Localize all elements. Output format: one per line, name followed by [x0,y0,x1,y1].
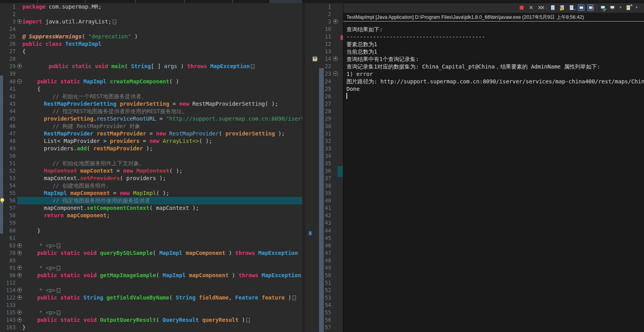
code-line[interactable]: MapImpl mapComponent = new MapImpl( ); [44,189,169,197]
fold-expand-icon[interactable]: + [17,288,22,292]
remove-launch-button[interactable]: ✕ [528,4,534,11]
line-number: 42 [0,93,16,100]
display-selected-console-button[interactable] [609,4,616,11]
folded-region-icon[interactable] [57,288,60,293]
code-token: add [77,145,87,152]
terminate-button[interactable] [518,4,525,11]
code-line[interactable]: import java.util.ArrayList; [22,18,116,25]
code-token: TestMapImpl [65,41,102,47]
show-console-on-stdout-button[interactable] [578,4,584,11]
folded-region-icon[interactable] [57,266,60,271]
code-line[interactable]: public class TestMapImpl [22,40,101,48]
code-line[interactable]: * <p> [39,264,60,272]
folded-region-icon[interactable] [57,310,60,315]
remove-all-terminated-launches-button[interactable]: ✕✕ [537,4,544,11]
code-line[interactable]: * <p> [39,287,60,294]
folded-region-icon[interactable] [292,296,296,300]
code-token: ( [219,130,225,137]
code-line[interactable]: // 指定地图服务组件使用的服务提供者 [52,197,150,204]
fold-expand-icon[interactable]: + [17,64,22,69]
editor-scrollbar[interactable] [302,3,305,332]
second-editor-ruler[interactable]: 123+1011121314+2223−24252627282930313233… [305,3,343,332]
code-line[interactable]: mapContext.setProviders( providers ); [44,175,166,182]
code-line[interactable]: { [22,48,25,55]
line-number: 114 [0,287,16,294]
code-line[interactable]: public static void OutputQueryResult( Qu… [37,316,250,324]
code-token [103,294,106,301]
folded-region-icon[interactable] [246,318,250,323]
code-line[interactable]: // 初始化地图服务组件上下文对象。 [52,160,144,167]
code-token: main [111,63,124,69]
open-console-button[interactable]: + [625,4,632,11]
code-line[interactable]: // 初始化一个REST地图服务提供者。 [52,93,147,100]
code-line[interactable]: * <p> [39,242,60,249]
fold-expand-icon[interactable]: + [333,19,338,24]
scroll-lock-button[interactable] [559,4,566,11]
code-token: } [22,324,25,330]
code-line[interactable]: public static String getfieldValueByName… [37,294,296,301]
folded-region-icon[interactable] [251,64,254,69]
task-marker-icon[interactable] [312,56,317,61]
code-line[interactable]: * <p> [39,309,60,316]
code-token: . [93,115,96,122]
console-output[interactable]: 查询结果如下:---------------------------------… [346,26,644,93]
fold-collapse-icon[interactable]: − [333,71,338,76]
code-token [133,168,136,174]
fold-expand-icon[interactable]: + [17,19,22,24]
code-token: = [110,190,120,196]
fold-expand-icon[interactable]: + [17,265,22,270]
code-line[interactable]: RestMapProvider restMapProvider = new Re… [44,130,285,137]
code-token: = [169,101,179,107]
code-line[interactable]: public static void getMapImageSample( Ma… [37,272,301,279]
code-line[interactable]: public static void main( String[ ] args … [49,63,254,70]
code-line[interactable]: return mapComponent; [44,212,110,219]
fold-expand-icon[interactable]: + [17,251,22,255]
code-token: , [229,294,235,301]
code-line[interactable]: package com.supermap.MR; [22,3,101,11]
line-number: 135 [0,309,16,316]
dropdown-icon[interactable]: ▼ [619,4,622,11]
code-line[interactable]: } [22,324,25,331]
tab-separator [85,0,86,3]
show-console-on-stderr-button[interactable]: ✕ [587,4,594,11]
code-line[interactable]: RestMapProviderSetting providerSetting =… [44,100,278,108]
code-line[interactable]: { [37,85,40,93]
fold-expand-icon[interactable]: + [17,243,22,248]
console-output-line: 查询记录集1对应的数据集为: China_Capital_pt@China，结果… [346,63,644,70]
fold-expand-icon[interactable]: + [17,310,22,315]
code-line[interactable]: // 创建地图服务组件。 [52,182,112,189]
dropdown-icon[interactable]: ▼ [635,4,639,11]
java-editor[interactable]: 1package com.supermap.MR;23+import java.… [0,3,302,332]
fold-collapse-icon[interactable]: − [17,79,22,84]
folded-region-icon[interactable] [113,20,116,24]
code-line[interactable]: @ SuppressWarnings( "deprecation" ) [22,33,138,40]
code-token: getfieldValueByName [106,294,169,301]
code-line[interactable]: List< MapProvider > providers = new Arra… [44,137,212,145]
code-line[interactable]: providers.add( restMapProvider ); [44,145,153,152]
code-token: ) [177,63,187,69]
code-line[interactable]: } [37,227,40,235]
word-wrap-button[interactable]: ↵ [568,4,575,11]
code-line[interactable]: providerSetting.restServiceRootURL = "ht… [44,115,302,123]
code-line[interactable]: public static MapImpl createMapComponent… [37,78,179,85]
line-number: 52 [305,287,331,294]
code-token: // 构建 RestMapProvider 对象 [52,123,141,129]
active-tab-bottom [269,0,302,3]
code-line[interactable]: public static void queryBySQLSample( Map… [37,249,298,257]
fold-expand-icon[interactable]: + [17,295,22,300]
fold-expand-icon[interactable]: + [17,273,22,278]
code-line[interactable]: // 构建 RestMapProvider 对象 [52,123,141,130]
code-token: RestMapProviderSetting [44,101,116,107]
fold-expand-icon[interactable]: + [17,318,22,322]
console-output-line: 图片路径为: http://support.supermap.com.cn:80… [346,78,644,85]
pin-console-button[interactable] [600,4,606,11]
clear-console-button[interactable] [550,4,556,11]
code-line[interactable]: MapContext mapContext = new MapContext( … [44,167,182,175]
folded-region-icon[interactable] [57,244,60,248]
code-line[interactable]: // 指定REST地图服务提供者所使用的REST服务地址。 [52,108,188,115]
line-number: 37 [305,175,331,182]
code-line[interactable]: mapComponent.setComponentContext( mapCon… [44,204,199,212]
code-token: // 创建地图服务组件。 [52,182,112,189]
quickfix-lightbulb-icon[interactable] [0,198,5,203]
fold-expand-icon[interactable]: + [333,56,338,61]
